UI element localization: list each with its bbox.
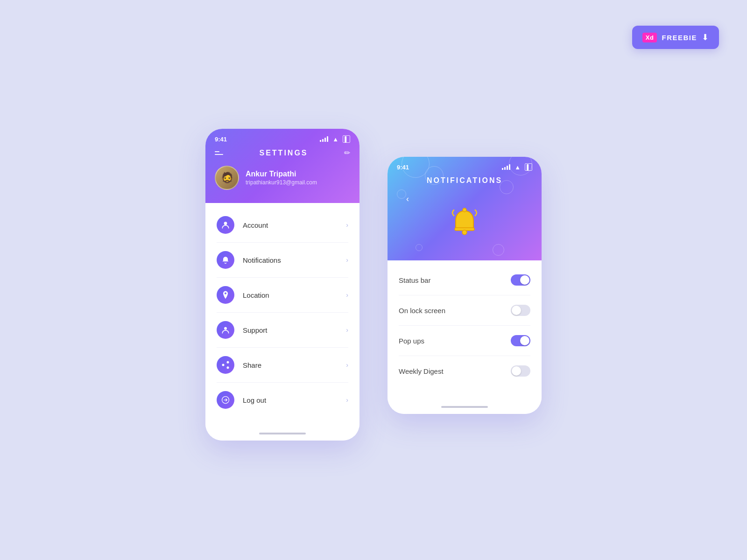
menu-item-support[interactable]: Support › [205,313,359,347]
lock-screen-label: On lock screen [399,307,445,315]
svg-point-1 [225,293,226,294]
toggle-item-pop-ups: Pop ups [399,326,530,356]
notif-signal-bars [502,164,510,170]
notif-wifi-icon: ▲ [514,164,521,171]
back-button[interactable]: ‹ [406,194,409,204]
home-indicator [259,433,306,434]
header-top: SETTINGS ✏ [215,148,350,157]
status-bar-knob [520,275,529,285]
logout-icon [217,391,234,409]
hamburger-line-1 [215,151,219,152]
svg-point-5 [227,366,229,369]
profile-section: 🧔 Ankur Tripathi tripathiankur913@gmail.… [215,166,350,190]
profile-email: tripathiankur913@gmail.com [246,179,350,186]
share-label: Share [243,361,346,369]
location-label: Location [243,291,346,299]
support-chevron: › [346,326,348,334]
support-label: Support [243,326,346,334]
xd-badge: Xd [642,33,657,42]
account-chevron: › [346,221,348,229]
notif-header-row: ‹ NOTIFICATIONS [397,176,532,194]
pop-ups-knob [520,336,529,345]
menu-item-account[interactable]: Account › [205,208,359,242]
deco-dot-7 [493,244,504,256]
toggle-item-weekly-digest: Weekly Digest [399,356,530,386]
notifications-icon [217,251,234,269]
menu-item-location[interactable]: Location › [205,278,359,312]
settings-header: 9:41 ▲ ▌ SETTINGS [205,129,359,203]
toggle-list: Status bar On lock screen Pop ups Weekly… [388,260,542,400]
hamburger-menu[interactable] [215,151,223,155]
wifi-icon: ▲ [332,136,338,143]
status-time: 9:41 [215,136,227,143]
svg-point-11 [462,230,467,235]
battery-icon: ▌ [343,135,350,143]
svg-point-2 [224,327,227,330]
location-icon [217,286,234,304]
profile-name: Ankur Tripathi [246,170,350,178]
lock-screen-toggle[interactable] [511,305,530,316]
notif-title: NOTIFICATIONS [427,176,502,185]
notif-status-time: 9:41 [397,164,409,171]
notif-status-icons: ▲ ▌ [502,163,532,171]
notif-status-bar: 9:41 ▲ ▌ [397,163,532,171]
home-indicator-2 [441,406,488,408]
account-label: Account [243,221,346,229]
signal-bar-d [509,164,510,170]
profile-info: Ankur Tripathi tripathiankur913@gmail.co… [246,170,350,186]
weekly-digest-toggle[interactable] [511,365,530,377]
status-icons: ▲ ▌ [320,135,350,143]
hamburger-line-2 [215,154,223,155]
account-icon [217,216,234,234]
menu-item-share[interactable]: Share › [205,348,359,382]
pop-ups-label: Pop ups [399,337,424,345]
share-icon [217,356,234,374]
weekly-digest-label: Weekly Digest [399,367,444,375]
svg-line-7 [224,363,227,364]
signal-bar-b [504,167,506,170]
avatar-face: 🧔 [216,167,238,189]
signal-bar-2 [322,139,324,142]
freebie-button[interactable]: Xd FREEBIE ⬇ [632,26,719,49]
svg-point-4 [222,364,225,366]
phones-container: 9:41 ▲ ▌ SETTINGS [205,129,542,441]
toggle-item-lock-screen: On lock screen [399,295,530,326]
menu-item-logout[interactable]: Log out › [205,383,359,417]
signal-bar-3 [324,138,326,142]
bell-icon [448,205,481,239]
signal-bar-a [502,168,503,170]
avatar: 🧔 [215,166,239,190]
settings-footer [205,427,359,441]
notif-battery-icon: ▌ [525,163,532,171]
freebie-text: FREEBIE [662,34,697,42]
bell-container [397,205,532,244]
toggle-item-status-bar: Status bar [399,265,530,295]
notifications-label: Notifications [243,256,346,264]
status-bar-toggle[interactable] [511,274,530,286]
pop-ups-toggle[interactable] [511,335,530,346]
notifications-header: 9:41 ▲ ▌ ‹ NOTIFICATIONS [388,157,542,260]
menu-list: Account › Notifications › [205,203,359,427]
deco-dot-6 [416,244,423,251]
edit-icon[interactable]: ✏ [344,148,350,157]
notifications-phone: 9:41 ▲ ▌ ‹ NOTIFICATIONS [388,157,542,414]
weekly-digest-knob [512,366,521,376]
status-bar: 9:41 ▲ ▌ [215,135,350,143]
location-chevron: › [346,291,348,299]
svg-point-0 [224,222,227,225]
signal-bar-4 [327,136,328,142]
status-bar-label: Status bar [399,276,430,284]
settings-phone: 9:41 ▲ ▌ SETTINGS [205,129,359,441]
logout-label: Log out [243,396,346,404]
signal-bars [320,136,328,142]
menu-item-notifications[interactable]: Notifications › [205,243,359,277]
lock-screen-knob [512,306,521,315]
notifications-footer [388,400,542,414]
settings-title: SETTINGS [259,149,308,157]
signal-bar-1 [320,140,321,142]
logout-chevron: › [346,396,348,404]
svg-line-6 [224,365,227,367]
svg-rect-9 [463,208,466,212]
svg-point-3 [227,361,229,364]
download-icon: ⬇ [702,32,709,42]
